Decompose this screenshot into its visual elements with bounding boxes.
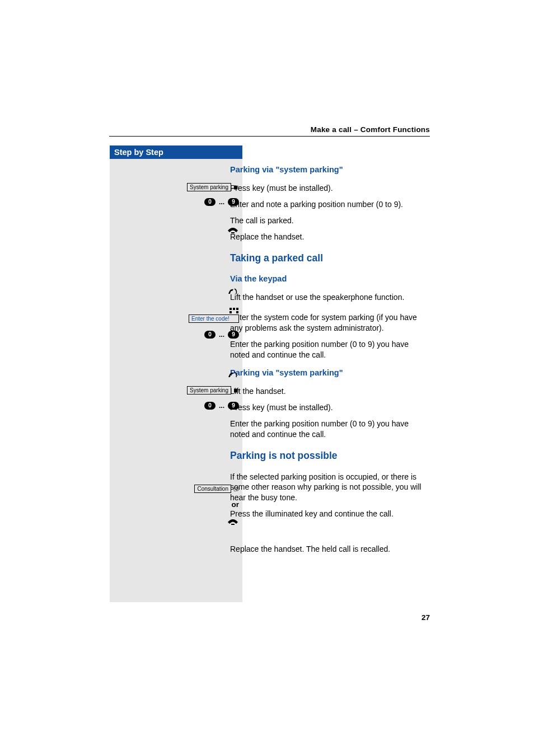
digit-range-sep-c: ... <box>218 402 226 410</box>
side-digit-range-1: 0 ... 9 <box>110 198 242 206</box>
svg-rect-5 <box>236 311 238 313</box>
key-label-consultation: Consultation <box>194 485 231 493</box>
svg-rect-3 <box>236 308 238 310</box>
led-on-icon-2 <box>233 388 239 393</box>
side-or: or <box>110 500 242 509</box>
subheading-parking-via-system-2: Parking via "system parking" <box>230 368 427 377</box>
key-label-system-parking-1: System parking <box>187 183 231 191</box>
digit-range-sep: ... <box>218 198 226 206</box>
sidebar-background <box>110 159 242 602</box>
led-blink-icon <box>233 486 239 492</box>
handset-down-icon <box>227 226 239 234</box>
digit-pill-9: 9 <box>228 198 239 206</box>
side-consultation-key: Consultation <box>110 485 242 493</box>
handset-lift-icon-2 <box>227 370 239 379</box>
heading-parking-via-system: Parking via "system parking" <box>230 165 427 174</box>
digit-pill-0: 0 <box>204 198 216 206</box>
text-replace-recalled: Replace the handset. The held call is re… <box>230 544 427 555</box>
text-enter-system-code: Enter the system code for system parking… <box>230 312 427 334</box>
page: Make a call – Comfort Functions Step by … <box>0 0 534 756</box>
text-press-illuminated-key: Press the illuminated key and continue t… <box>230 509 427 519</box>
digit-range-sep-b: ... <box>218 331 226 339</box>
handset-down-icon-2 <box>227 518 239 525</box>
side-system-parking-key-2: System parking <box>110 386 242 395</box>
svg-rect-2 <box>233 308 235 310</box>
side-lift-handset-1 <box>110 287 242 296</box>
enter-code-label: Enter the code! <box>189 314 239 323</box>
side-enter-code-box: Enter the code! <box>110 314 242 323</box>
key-label-system-parking-2: System parking <box>187 386 231 395</box>
text-lift-handset-speaker: Lift the handset or use the speakerphone… <box>230 292 427 303</box>
text-enter-position-continue-2: Enter the parking position number (0 to … <box>230 419 427 440</box>
text-press-key: Press key (must be installed). <box>230 183 427 194</box>
heading-taking-parked-call: Taking a parked call <box>230 252 427 264</box>
sidebar-title: Step by Step <box>110 145 242 159</box>
text-enter-note-position: Enter and note a parking position number… <box>230 199 427 210</box>
led-on-icon <box>233 185 239 190</box>
text-call-parked: The call is parked. <box>230 215 427 226</box>
subheading-via-keypad: Via the keypad <box>230 274 427 283</box>
side-hangup-1 <box>110 226 242 234</box>
svg-rect-1 <box>229 308 232 310</box>
digit-pill-9-b: 9 <box>228 331 239 339</box>
page-number: 27 <box>421 613 430 622</box>
digit-pill-9-c: 9 <box>228 402 239 410</box>
handset-lift-icon <box>227 287 239 296</box>
digit-pill-0-b: 0 <box>204 331 216 339</box>
digit-pill-0-c: 0 <box>204 402 216 410</box>
text-enter-position-continue-1: Enter the parking position number (0 to … <box>230 339 427 360</box>
side-lift-handset-2 <box>110 370 242 379</box>
or-label: or <box>232 500 240 509</box>
heading-parking-not-possible: Parking is not possible <box>230 450 427 462</box>
text-busy-tone: If the selected parking position is occu… <box>230 472 427 504</box>
side-system-parking-key-1: System parking <box>110 183 242 191</box>
svg-rect-4 <box>229 311 232 313</box>
text-press-key-2: Press key (must be installed). <box>230 402 427 413</box>
side-digit-range-3: 0 ... 9 <box>110 402 242 410</box>
text-lift-handset: Lift the handset. <box>230 386 427 397</box>
running-header-text: Make a call – Comfort Functions <box>109 125 430 134</box>
running-header: Make a call – Comfort Functions <box>109 125 430 137</box>
content-column: Parking via "system parking" Press key (… <box>230 165 427 560</box>
side-hangup-2 <box>110 518 242 525</box>
side-digit-range-2: 0 ... 9 <box>110 331 242 339</box>
text-replace-handset: Replace the handset. <box>230 232 427 242</box>
